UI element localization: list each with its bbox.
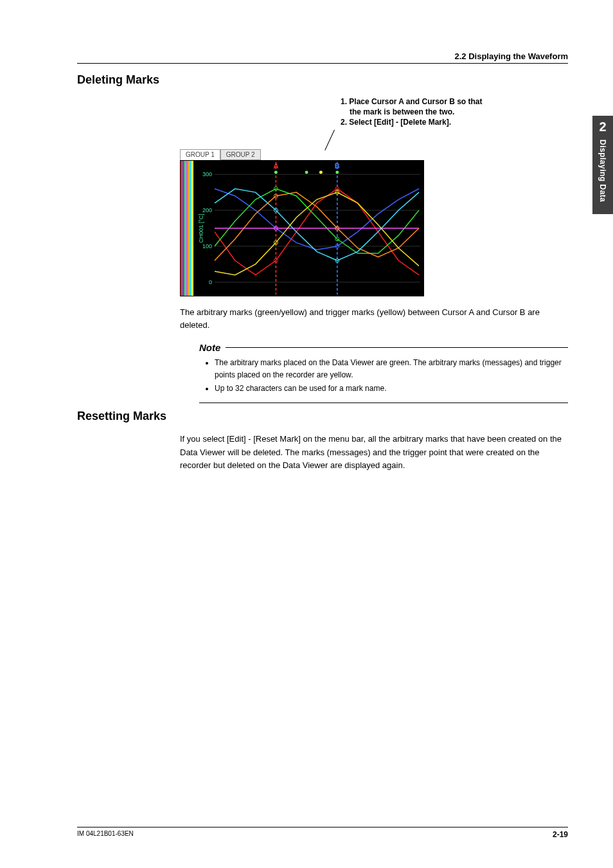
note-list: The arbitrary marks placed on the Data V… xyxy=(199,357,568,395)
svg-text:B: B xyxy=(335,162,340,170)
page-footer: IM 04L21B01-63EN 2-19 xyxy=(77,827,568,839)
note-rule xyxy=(226,347,568,348)
svg-text:100: 100 xyxy=(202,243,212,249)
svg-point-30 xyxy=(319,170,323,174)
svg-text:300: 300 xyxy=(202,171,212,177)
waveform-screenshot: GROUP 1 GROUP 2 3002001000CH001 [°C]AB xyxy=(180,133,424,297)
thumb-tab-number: 2 xyxy=(592,120,613,134)
svg-point-29 xyxy=(305,170,308,174)
callout-leader-line xyxy=(324,129,335,150)
resetting-body-text: If you select [Edit] - [Reset Mark] on t… xyxy=(180,433,568,471)
note-title: Note xyxy=(199,342,220,353)
group-tabs: GROUP 1 GROUP 2 xyxy=(180,149,261,160)
svg-point-31 xyxy=(335,170,339,174)
svg-point-28 xyxy=(274,170,278,174)
svg-text:A: A xyxy=(273,162,278,170)
footer-doc-id: IM 04L21B01-63EN xyxy=(77,830,134,839)
waveform-svg: 3002001000CH001 [°C]AB xyxy=(197,161,423,296)
note-item: Up to 32 characters can be used for a ma… xyxy=(215,383,568,395)
svg-text:0: 0 xyxy=(209,278,212,285)
tab-group1[interactable]: GROUP 1 xyxy=(180,149,220,160)
instruction-line1: 1. Place Cursor A and Cursor B so that xyxy=(341,97,483,106)
svg-text:200: 200 xyxy=(202,207,212,213)
svg-text:CH001 [°C]: CH001 [°C] xyxy=(198,213,204,243)
note-block: Note The arbitrary marks placed on the D… xyxy=(199,342,568,404)
channel-color-bar xyxy=(181,161,193,296)
note-item: The arbitrary marks placed on the Data V… xyxy=(215,357,568,381)
heading-resetting-marks: Resetting Marks xyxy=(77,410,568,423)
thumb-tab: 2 Displaying Data xyxy=(592,116,613,214)
footer-page-number: 2-19 xyxy=(553,830,568,839)
instruction-line1b: the mark is between the two. xyxy=(341,107,454,117)
heading-deleting-marks: Deleting Marks xyxy=(77,73,568,87)
tab-group2[interactable]: GROUP 2 xyxy=(220,149,261,160)
plot-area: 3002001000CH001 [°C]AB xyxy=(180,160,424,296)
instruction-line2: 2. Select [Edit] - [Delete Mark]. xyxy=(341,118,451,127)
deleting-body-text: The arbitrary marks (green/yellow) and t… xyxy=(180,306,568,332)
thumb-tab-label: Displaying Data xyxy=(598,140,607,203)
running-header: 2.2 Displaying the Waveform xyxy=(77,51,568,64)
instruction-callout: 1. Place Cursor A and Cursor B so that t… xyxy=(341,96,568,128)
